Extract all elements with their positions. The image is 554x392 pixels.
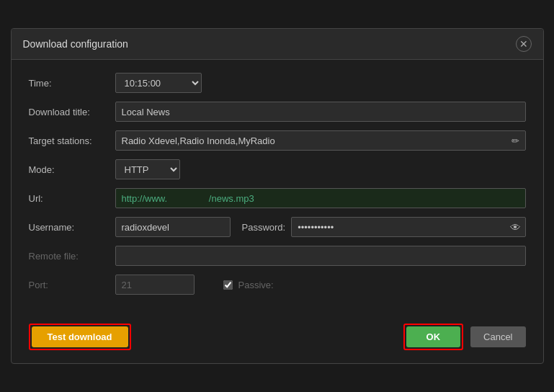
dialog-title: Download configuration — [23, 38, 128, 50]
download-title-input[interactable] — [115, 102, 526, 122]
dialog-footer: Test download OK Cancel — [12, 315, 543, 363]
url-row: Url: — [29, 188, 526, 208]
port-label: Port: — [29, 280, 115, 290]
passive-label: Passive: — [238, 280, 274, 290]
remote-file-row: Remote file: — [29, 246, 526, 266]
port-passive-row: Port: Passive: — [29, 275, 526, 295]
ok-btn-wrapper: OK — [403, 324, 464, 350]
username-password-row: Username: Password: 👁 — [29, 217, 526, 237]
time-select[interactable]: 10:15:00 — [115, 73, 202, 93]
mode-label: Mode: — [29, 164, 115, 175]
port-input[interactable] — [115, 275, 195, 295]
download-config-dialog: Download configuration ✕ Time: 10:15:00 … — [11, 28, 544, 364]
target-stations-label: Target stations: — [29, 135, 115, 146]
target-stations-row: Target stations: Radio Xdevel,Radio Inon… — [29, 130, 526, 151]
stations-wrapper: Radio Xdevel,Radio Inonda,MyRadio ✏ — [115, 130, 526, 151]
remote-file-input[interactable] — [115, 246, 526, 266]
right-buttons: OK Cancel — [403, 324, 526, 350]
url-label: Url: — [29, 193, 115, 204]
username-input[interactable] — [115, 217, 231, 237]
download-title-row: Download title: — [29, 102, 526, 122]
stations-text: Radio Xdevel,Radio Inonda,MyRadio — [122, 135, 509, 146]
url-input[interactable] — [115, 188, 526, 208]
passive-wrapper: Passive: — [223, 280, 274, 290]
time-row: Time: 10:15:00 — [29, 73, 526, 93]
dialog-header: Download configuration ✕ — [12, 29, 543, 60]
password-label: Password: — [242, 222, 286, 233]
dialog-body: Time: 10:15:00 Download title: Target st… — [12, 60, 543, 315]
test-download-button[interactable]: Test download — [32, 326, 128, 347]
close-button[interactable]: ✕ — [516, 36, 532, 52]
test-download-btn-wrapper: Test download — [29, 324, 131, 350]
username-label: Username: — [29, 222, 115, 233]
cancel-button[interactable]: Cancel — [470, 326, 525, 347]
mode-row: Mode: HTTP FTP — [29, 159, 526, 179]
show-password-button[interactable]: 👁 — [509, 221, 522, 233]
ok-button[interactable]: OK — [406, 326, 461, 347]
remote-file-label: Remote file: — [29, 251, 115, 262]
mode-select[interactable]: HTTP FTP — [115, 159, 180, 179]
time-label: Time: — [29, 78, 115, 89]
password-wrapper: 👁 — [291, 217, 525, 237]
password-input[interactable] — [298, 222, 508, 233]
download-title-label: Download title: — [29, 107, 115, 117]
passive-checkbox[interactable] — [223, 280, 233, 290]
edit-stations-button[interactable]: ✏ — [509, 134, 522, 148]
